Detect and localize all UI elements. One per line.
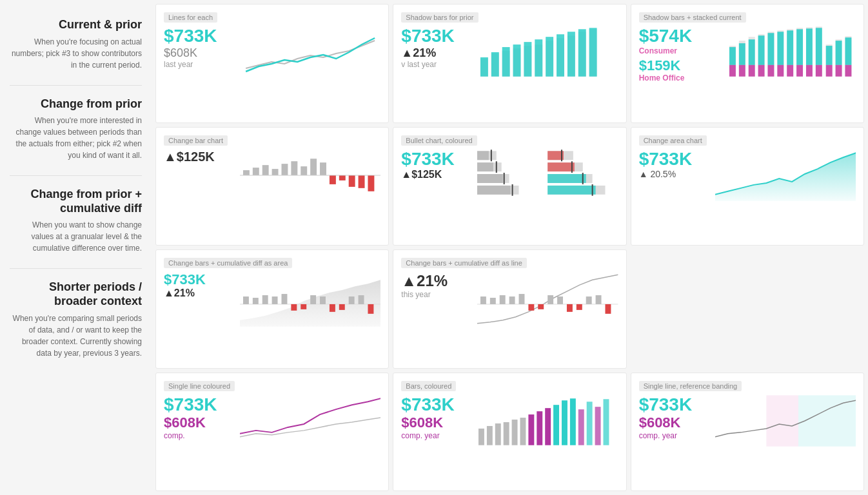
svg-rect-92 [547, 162, 575, 171]
section-desc-shorter: When you're comparing small periods of d… [10, 313, 142, 359]
stat-secondary-single-ref: $608K [639, 414, 710, 431]
svg-rect-36 [767, 33, 774, 65]
svg-rect-103 [262, 295, 268, 304]
svg-rect-19 [567, 32, 575, 76]
svg-rect-69 [320, 162, 326, 175]
viz-shadow-bars [477, 26, 618, 91]
cat2-label-stacked: Home Office [639, 73, 723, 82]
stat-secondary-single: $608K [164, 414, 235, 431]
stat-sub-bars-col: comp. year [401, 431, 472, 440]
svg-rect-114 [368, 304, 373, 314]
svg-rect-64 [272, 169, 279, 175]
svg-rect-63 [262, 165, 269, 175]
svg-rect-61 [243, 170, 250, 175]
stat-secondary-lines: $608K [164, 46, 235, 61]
card-change-bar[interactable]: Change bar chart ▲$125K [155, 127, 389, 246]
stat-change-change-area: ▲ 20.5% [639, 169, 710, 179]
cat1-label-stacked: Consumer [639, 46, 723, 55]
svg-rect-117 [490, 298, 496, 304]
svg-rect-62 [253, 168, 259, 175]
card-change-cum-line[interactable]: Change bars + cumulative diff as line ▲2… [393, 249, 626, 369]
card-change-cum-area[interactable]: Change bars + cumulative diff as area $7… [155, 249, 389, 369]
svg-rect-137 [537, 411, 543, 445]
svg-rect-43 [739, 65, 745, 77]
viz-lines [240, 26, 380, 91]
svg-rect-107 [301, 304, 306, 309]
svg-rect-147 [766, 395, 798, 446]
section-title-shorter: Shorter periods / broader context [10, 280, 142, 308]
svg-rect-53 [825, 46, 832, 65]
svg-rect-126 [577, 304, 582, 310]
stat-secondary-bars-col: $608K [401, 414, 472, 431]
card-bars-coloured[interactable]: Bars, coloured $733K $608K comp. year [393, 373, 626, 492]
svg-rect-67 [301, 166, 307, 175]
svg-rect-116 [480, 296, 486, 304]
svg-rect-83 [477, 174, 503, 183]
svg-rect-143 [587, 402, 593, 445]
svg-rect-127 [586, 296, 592, 304]
viz-single-line [240, 395, 380, 460]
chart-label-single-ref: Single line, reference banding [639, 381, 742, 391]
svg-rect-17 [546, 37, 554, 77]
card-single-line[interactable]: Single line coloured $733K $608K comp. [155, 373, 389, 492]
svg-rect-72 [349, 175, 355, 187]
svg-rect-73 [359, 175, 365, 188]
stat-sub-single: comp. [164, 431, 235, 440]
svg-rect-45 [758, 65, 764, 77]
chart-label-lines: Lines for each [164, 12, 217, 23]
card-single-line-ref[interactable]: Single line, reference banding $733K $60… [631, 373, 864, 492]
svg-rect-113 [359, 295, 364, 304]
svg-rect-122 [538, 304, 544, 309]
card-stacked-bars[interactable]: Shadow bars + stacked current $574K Cons… [631, 4, 864, 123]
svg-rect-86 [477, 185, 511, 194]
stat-primary-bars-col: $733K [401, 395, 472, 415]
svg-rect-131 [487, 425, 493, 445]
svg-rect-32 [729, 47, 736, 65]
svg-rect-68 [310, 159, 317, 175]
card-bullet[interactable]: Bullet chart, coloured $733K ▲$125K [393, 127, 626, 246]
stat-sub-cum-line: this year [401, 290, 472, 299]
stat-primary-single-ref: $733K [639, 395, 710, 415]
svg-rect-104 [272, 296, 278, 304]
svg-rect-146 [798, 395, 856, 446]
svg-rect-18 [557, 34, 564, 76]
viz-single-ref [715, 395, 856, 460]
svg-rect-12 [491, 52, 499, 77]
svg-rect-140 [562, 400, 567, 445]
svg-rect-123 [547, 295, 553, 304]
svg-rect-48 [787, 65, 793, 77]
chart-label-change-bar: Change bar chart [164, 135, 228, 146]
svg-rect-21 [589, 28, 597, 76]
card-shadow-bars[interactable]: Shadow bars for prior $733K ▲21% v last … [393, 4, 626, 123]
svg-rect-77 [477, 151, 489, 160]
svg-rect-47 [777, 65, 784, 77]
stat-primary-bullet: $733K [401, 150, 472, 170]
viz-bullet [477, 150, 618, 214]
cat2-val-stacked: $159K [639, 58, 723, 73]
svg-rect-74 [368, 175, 374, 191]
svg-rect-20 [578, 29, 586, 76]
svg-rect-119 [509, 296, 515, 304]
svg-rect-145 [604, 399, 609, 445]
svg-rect-50 [806, 65, 813, 77]
card-change-area[interactable]: Change area chart $733K ▲ 20.5% [631, 127, 864, 246]
svg-rect-34 [748, 39, 755, 65]
section-title-change-prior: Change from prior [10, 97, 142, 112]
svg-rect-112 [349, 296, 355, 304]
section-title-current-prior: Current & prior [10, 18, 142, 32]
svg-rect-54 [825, 65, 832, 77]
chart-label-single-line: Single line coloured [164, 381, 235, 391]
sidebar: Current & prior When you're focusing on … [0, 0, 152, 495]
stat-primary-cum-area: $733K [164, 272, 235, 287]
svg-rect-128 [596, 295, 602, 304]
card-lines-for-each[interactable]: Lines for each $733K $608K last year [155, 4, 389, 123]
svg-rect-134 [512, 420, 518, 445]
svg-rect-11 [480, 57, 488, 77]
svg-rect-59 [845, 37, 851, 65]
svg-rect-108 [310, 295, 316, 304]
svg-rect-125 [567, 304, 573, 312]
svg-rect-57 [835, 65, 842, 77]
svg-rect-95 [547, 174, 586, 183]
svg-rect-141 [570, 398, 576, 445]
svg-rect-16 [535, 39, 543, 77]
